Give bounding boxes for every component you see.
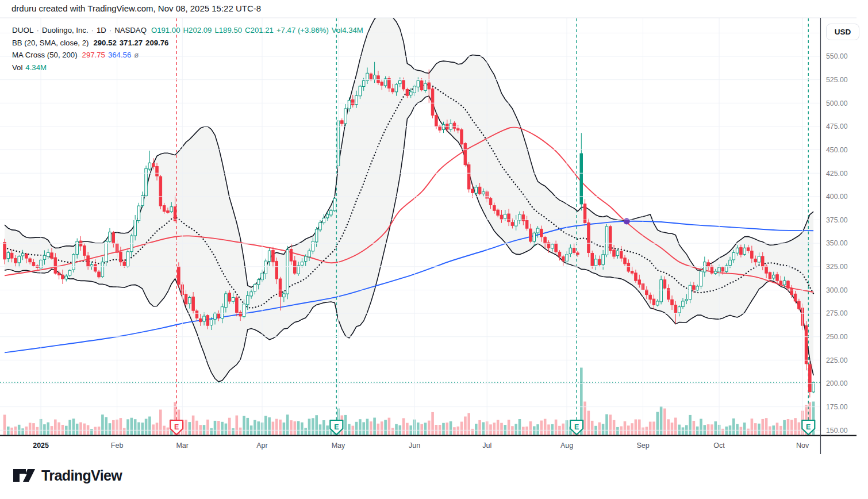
brand-text: TradingView bbox=[41, 467, 122, 484]
currency-button[interactable]: USD bbox=[826, 24, 859, 40]
high-value: H202.09 bbox=[183, 26, 212, 34]
low-value: L189.50 bbox=[214, 26, 242, 34]
price-tick-label: 250.00 bbox=[826, 333, 848, 341]
price-tick-label: 400.00 bbox=[826, 193, 848, 201]
price-tick-label: 175.00 bbox=[826, 403, 848, 411]
bb-upper-value: 371.27 bbox=[120, 39, 143, 47]
price-tick-label: 525.00 bbox=[826, 76, 848, 84]
price-tick-label: 350.00 bbox=[826, 239, 848, 247]
price-tick-label: 225.00 bbox=[826, 356, 848, 364]
svg-text:E: E bbox=[574, 423, 579, 431]
chart-legend: DUOL · Duolingo, Inc. · 1D · NASDAQ O191… bbox=[12, 24, 363, 74]
volume-indicator-row[interactable]: Vol 4.34M bbox=[12, 62, 363, 74]
time-tick-label: Mar bbox=[176, 442, 189, 450]
ma-cross-title[interactable]: MA Cross (50, 200) bbox=[12, 51, 78, 59]
svg-text:E: E bbox=[334, 423, 339, 431]
time-tick-label: Oct bbox=[713, 442, 725, 450]
open-value: O191.00 bbox=[151, 26, 180, 34]
ma-cross-suffix: ø bbox=[134, 51, 139, 59]
separator: · bbox=[37, 26, 39, 34]
interval-label[interactable]: 1D bbox=[97, 26, 106, 34]
volume-bars bbox=[3, 368, 815, 435]
svg-text:E: E bbox=[174, 423, 179, 431]
price-axis[interactable]: 550.00525.00500.00475.00450.00425.00400.… bbox=[826, 52, 848, 434]
symbol-name: Duolingo, Inc. bbox=[42, 26, 89, 34]
time-axis[interactable]: 2025FebMarAprMayJunJulAugSepOctNov bbox=[33, 442, 809, 450]
ma200-value: 364.56 bbox=[108, 51, 131, 59]
tradingview-mark-icon bbox=[12, 467, 36, 484]
time-tick-label: May bbox=[332, 442, 345, 450]
price-tick-label: 550.00 bbox=[826, 52, 848, 60]
ma-cross-marker bbox=[624, 218, 630, 224]
price-tick-label: 375.00 bbox=[826, 216, 848, 224]
time-tick-label: Apr bbox=[256, 442, 267, 450]
ma50-value: 297.75 bbox=[82, 51, 105, 59]
plot-area[interactable] bbox=[0, 13, 820, 435]
volume-inline-value: Vol4.34M bbox=[332, 26, 363, 34]
price-tick-label: 500.00 bbox=[826, 99, 848, 108]
time-tick-label: Sep bbox=[636, 442, 649, 450]
symbol-row[interactable]: DUOL · Duolingo, Inc. · 1D · NASDAQ O191… bbox=[12, 24, 363, 37]
attribution-text: drduru created with TradingView.com, Nov… bbox=[11, 3, 261, 13]
svg-text:E: E bbox=[806, 423, 811, 431]
bb-title[interactable]: BB (20, SMA, close, 2) bbox=[12, 39, 89, 47]
exchange-label: NASDAQ bbox=[114, 26, 147, 34]
bb-basis-value: 290.52 bbox=[93, 39, 116, 47]
time-tick-label: 2025 bbox=[33, 442, 49, 450]
price-tick-label: 325.00 bbox=[826, 263, 848, 271]
time-tick-label: Jun bbox=[409, 442, 420, 450]
vol-value: 4.34M bbox=[25, 63, 47, 72]
separator: · bbox=[109, 26, 112, 34]
time-tick-label: Feb bbox=[111, 442, 124, 450]
close-value: C201.21 bbox=[245, 26, 274, 34]
price-tick-label: 150.00 bbox=[826, 427, 848, 435]
price-tick-label: 425.00 bbox=[826, 170, 848, 178]
price-tick-label: 275.00 bbox=[826, 309, 848, 317]
symbol-label[interactable]: DUOL bbox=[12, 26, 34, 34]
price-tick-label: 475.00 bbox=[826, 122, 848, 130]
time-tick-label: Jul bbox=[482, 442, 491, 450]
separator: · bbox=[91, 26, 94, 34]
time-tick-label: Nov bbox=[796, 442, 809, 450]
bb-lower-value: 209.76 bbox=[145, 39, 168, 47]
change-value: +7.47 (+3.86%) bbox=[276, 26, 329, 34]
price-tick-label: 300.00 bbox=[826, 286, 848, 294]
vol-title[interactable]: Vol bbox=[12, 63, 22, 72]
ma-cross-indicator-row[interactable]: MA Cross (50, 200) 297.75 364.56 ø bbox=[12, 49, 363, 62]
bb-indicator-row[interactable]: BB (20, SMA, close, 2) 290.52 371.27 209… bbox=[12, 37, 363, 49]
time-tick-label: Aug bbox=[560, 442, 573, 450]
price-tick-label: 450.00 bbox=[826, 146, 848, 154]
price-tick-label: 200.00 bbox=[826, 379, 848, 387]
tradingview-logo[interactable]: TradingView bbox=[12, 467, 122, 484]
